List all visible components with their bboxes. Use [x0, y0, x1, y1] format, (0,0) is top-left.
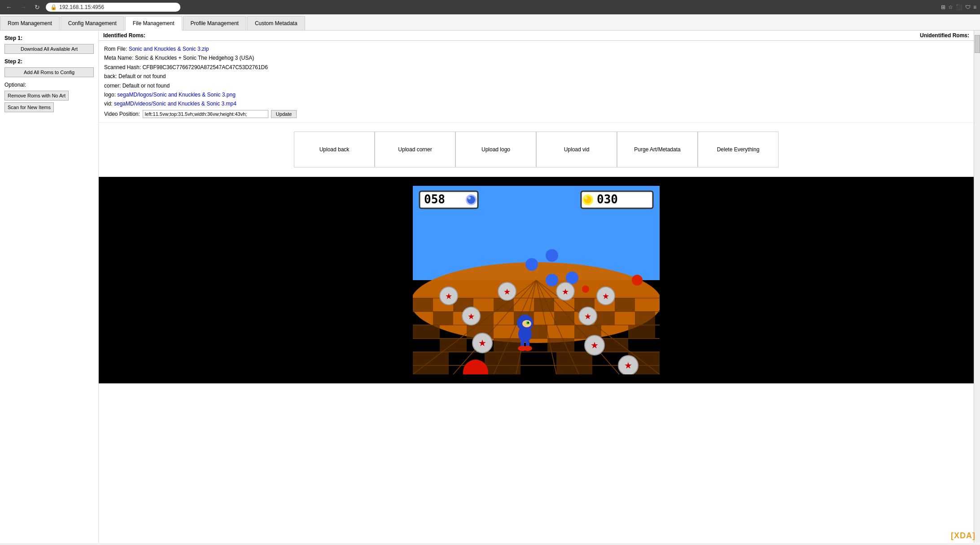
xda-text: XDA — [954, 531, 972, 540]
purge-art-button[interactable]: Purge Art/Metadata — [617, 132, 698, 167]
tab-file-management[interactable]: File Management — [125, 16, 182, 31]
svg-rect-33 — [628, 325, 655, 338]
step2-label: Step 2: — [4, 58, 94, 65]
svg-rect-23 — [433, 312, 453, 325]
rom-info-panel: Rom File: Sonic and Knuckles & Sonic 3.z… — [99, 41, 974, 123]
svg-text:★: ★ — [503, 287, 511, 296]
back-button[interactable]: ← — [4, 3, 14, 12]
rom-file-row: Rom File: Sonic and Knuckles & Sonic 3.z… — [104, 44, 968, 53]
sidebar: Step 1: Download All Available Art Step … — [0, 31, 99, 543]
svg-text:058: 058 — [424, 193, 445, 206]
add-all-roms-button[interactable]: Add All Roms to Config — [4, 67, 94, 77]
svg-rect-28 — [635, 312, 655, 325]
svg-text:★: ★ — [562, 287, 569, 296]
svg-point-83 — [468, 197, 471, 199]
upload-buttons-row: Upload back Upload corner Upload logo Up… — [99, 123, 974, 177]
svg-rect-26 — [554, 312, 574, 325]
browser-chrome: ← → ↻ 🔒 192.168.1.15:4956 ⊞ ☆ ⬛ 🛡 ≡ — [0, 0, 980, 14]
video-position-input[interactable] — [143, 110, 268, 118]
svg-rect-20 — [534, 298, 554, 312]
svg-point-63 — [582, 286, 589, 293]
rom-detail-header: Identified Roms: Unidentified Roms: — [99, 31, 974, 41]
game-screenshot-area: ★ ★ ★ ★ ★ ★ ★ — [99, 177, 974, 383]
scan-for-new-items-button[interactable]: Scan for New Items — [4, 102, 54, 112]
svg-rect-35 — [494, 338, 521, 352]
svg-point-74 — [527, 322, 529, 324]
svg-rect-38 — [413, 352, 449, 374]
svg-text:★: ★ — [468, 312, 475, 321]
update-button[interactable]: Update — [271, 110, 297, 118]
upload-back-button[interactable]: Upload back — [294, 132, 375, 167]
svg-text:★: ★ — [591, 340, 599, 350]
svg-point-42 — [546, 249, 558, 262]
svg-text:★: ★ — [478, 338, 486, 348]
game-image: ★ ★ ★ ★ ★ ★ ★ — [413, 186, 660, 374]
upload-logo-button[interactable]: Upload logo — [455, 132, 536, 167]
svg-text:030: 030 — [597, 193, 618, 206]
tab-rom-management[interactable]: Rom Management — [0, 16, 60, 30]
svg-rect-29 — [413, 325, 440, 338]
svg-text:★: ★ — [445, 292, 452, 301]
svg-point-43 — [525, 258, 538, 271]
logo-label: logo: — [104, 92, 117, 98]
identified-roms-label: Identified Roms: — [103, 32, 145, 39]
optional-label: Optional: — [4, 82, 94, 88]
tab-config-management[interactable]: Config Management — [61, 16, 124, 30]
delete-everything-button[interactable]: Delete Everything — [698, 132, 779, 167]
browser-toolbar-icons: ⊞ ☆ ⬛ 🛡 ≡ — [941, 4, 976, 10]
download-all-art-button[interactable]: Download All Available Art — [4, 44, 94, 54]
upload-vid-button[interactable]: Upload vid — [536, 132, 617, 167]
remove-roms-no-art-button[interactable]: Remove Roms with No Art — [4, 91, 69, 101]
xda-bracket-close: ] — [972, 531, 976, 540]
svg-text:★: ★ — [584, 312, 591, 321]
tab-custom-metadata[interactable]: Custom Metadata — [247, 16, 305, 30]
svg-text:★: ★ — [602, 292, 609, 301]
vid-link[interactable]: segaMD/videos/Sonic and Knuckles & Sonic… — [114, 101, 236, 107]
extensions-icon: ⬛ — [956, 4, 962, 10]
reload-button[interactable]: ↻ — [32, 3, 42, 12]
back-row: back: Default or not found — [104, 72, 968, 81]
step1-label: Step 1: — [4, 35, 94, 41]
right-panel: Identified Roms: Unidentified Roms: Rom … — [99, 31, 974, 543]
svg-rect-27 — [595, 312, 615, 325]
svg-point-44 — [546, 274, 558, 286]
svg-rect-40 — [556, 352, 592, 374]
logo-row: logo: segaMD/logos/Sonic and Knuckles & … — [104, 90, 968, 99]
shield-icon: 🛡 — [965, 4, 971, 10]
video-position-row: Video Position: Update — [104, 110, 968, 119]
xda-watermark: [XDA] — [951, 531, 976, 541]
security-icon: 🔒 — [50, 4, 57, 10]
svg-point-62 — [632, 275, 643, 286]
meta-name-row: Meta Name: Sonic & Knuckles + Sonic The … — [104, 53, 968, 62]
url-text: 192.168.1.15:4956 — [59, 4, 176, 10]
vid-label: vid: — [104, 101, 114, 107]
vid-row: vid: segaMD/videos/Sonic and Knuckles & … — [104, 99, 968, 108]
tab-profile-management[interactable]: Profile Management — [183, 16, 246, 30]
svg-text:★: ★ — [624, 360, 632, 370]
app-container: Rom Management Config Management File Ma… — [0, 14, 980, 543]
address-bar[interactable]: 🔒 192.168.1.15:4956 — [46, 3, 180, 12]
corner-row: corner: Default or not found — [104, 81, 968, 90]
rom-file-link[interactable]: Sonic and Knuckles & Sonic 3.zip — [129, 46, 209, 52]
svg-rect-34 — [440, 338, 467, 352]
upload-corner-button[interactable]: Upload corner — [375, 132, 455, 167]
rom-file-label: Rom File: — [104, 46, 129, 52]
forward-button[interactable]: → — [18, 3, 29, 12]
scrollbar-thumb[interactable] — [975, 35, 980, 53]
menu-icon: ≡ — [973, 4, 976, 10]
main-content: Step 1: Download All Available Art Step … — [0, 31, 980, 543]
svg-rect-22 — [615, 298, 635, 312]
xda-bracket-open: [ — [951, 531, 954, 540]
translate-icon: ⊞ — [941, 4, 945, 10]
svg-point-87 — [585, 197, 587, 199]
scanned-hash-row: Scanned Hash: CFBF98C36C77667290A872547A… — [104, 63, 968, 72]
svg-point-78 — [523, 346, 532, 351]
svg-point-82 — [467, 196, 475, 204]
game-scene-svg: ★ ★ ★ ★ ★ ★ ★ — [413, 186, 660, 374]
svg-rect-37 — [601, 338, 628, 352]
scrollbar[interactable] — [974, 31, 980, 543]
svg-rect-36 — [547, 338, 574, 352]
bookmark-icon: ☆ — [948, 4, 953, 10]
logo-link[interactable]: segaMD/logos/Sonic and Knuckles & Sonic … — [117, 92, 236, 98]
unidentified-roms-label: Unidentified Roms: — [920, 32, 969, 39]
